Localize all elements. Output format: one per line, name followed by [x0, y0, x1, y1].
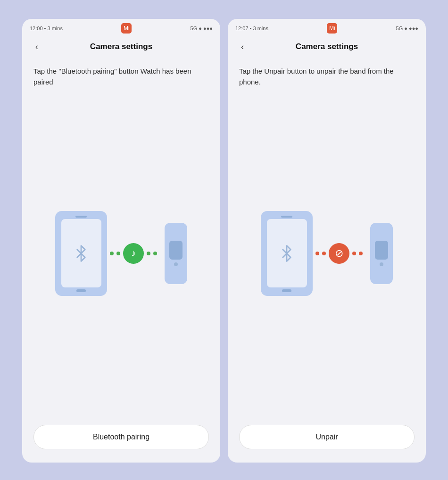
app-icon-left: Mi [121, 23, 132, 34]
connection-left-side-right [315, 252, 326, 255]
status-bar-left-card: 12:00 • 3 mins Mi 5G ● ●●● [22, 19, 220, 36]
phone-screen-left [61, 219, 101, 287]
connection-right-side [147, 252, 157, 255]
status-bar-right-card: 12:07 • 3 mins Mi 5G ● ●●● [228, 19, 426, 36]
connection-left-side [110, 252, 120, 255]
illustration-left: ♪ [55, 211, 187, 296]
instruction-left: Tap the "Bluetooth pairing" button Watch… [33, 66, 209, 87]
dot-red-1 [315, 252, 319, 255]
paired-badge: ♪ [123, 243, 144, 264]
time-left: 12:00 • 3 mins [30, 25, 63, 31]
dot-red-2 [322, 252, 326, 255]
unpair-badge: ⊘ [329, 243, 349, 264]
dot-red-3 [352, 252, 356, 255]
band-dot-right [380, 262, 383, 266]
no-icon: ⊘ [335, 247, 343, 260]
band-shape-right [370, 223, 393, 284]
nav-bar-left: ‹ Camera settings [22, 36, 220, 59]
phone-shape-left [55, 211, 107, 296]
dot-green-3 [147, 252, 150, 255]
illustration-area-right: ⊘ [239, 97, 415, 410]
back-arrow-right: ‹ [241, 42, 244, 52]
main-wrapper: 12:00 • 3 mins Mi 5G ● ●●● ‹ Camera sett… [0, 0, 448, 480]
illustration-right: ⊘ [261, 211, 393, 296]
connection-right-side-right [352, 252, 363, 255]
instruction-right: Tap the Unpair button to unpair the band… [239, 66, 415, 87]
mi-icon-right: Mi [327, 23, 337, 34]
dot-green-1 [110, 252, 114, 255]
dot-red-4 [359, 252, 363, 255]
right-card: 12:07 • 3 mins Mi 5G ● ●●● ‹ Camera sett… [228, 19, 426, 463]
phone-home-right [282, 289, 291, 292]
back-button-right[interactable]: ‹ [235, 40, 249, 54]
illustration-area-left: ♪ [33, 97, 209, 410]
left-card: 12:00 • 3 mins Mi 5G ● ●●● ‹ Camera sett… [22, 19, 220, 463]
nav-title-right: Camera settings [296, 42, 358, 51]
bottom-btn-area-right: Unpair [228, 417, 426, 463]
band-screen-right [375, 241, 388, 260]
signal-left: 5G ● ●●● [191, 25, 213, 31]
nav-bar-right: ‹ Camera settings [228, 36, 426, 59]
time-right: 12:07 • 3 mins [235, 25, 268, 31]
band-screen-left [169, 241, 183, 260]
signal-right: 5G ● ●●● [396, 25, 418, 31]
dot-green-2 [116, 252, 120, 255]
back-arrow-left: ‹ [35, 42, 38, 52]
phone-speaker-right [281, 216, 292, 218]
bluetooth-pairing-button[interactable]: Bluetooth pairing [33, 425, 209, 449]
back-button-left[interactable]: ‹ [30, 40, 44, 54]
nav-title-left: Camera settings [90, 42, 152, 51]
bluetooth-icon-left [73, 245, 90, 262]
phone-shape-right [261, 211, 313, 296]
band-shape-left [165, 223, 187, 284]
app-icon-right: Mi [327, 23, 337, 34]
content-right: Tap the Unpair button to unpair the band… [228, 59, 426, 417]
unpair-button[interactable]: Unpair [239, 425, 415, 449]
phone-speaker-left [75, 216, 87, 218]
phone-home-left [76, 289, 86, 292]
bottom-btn-area-left: Bluetooth pairing [22, 417, 220, 463]
dot-green-4 [153, 252, 157, 255]
phone-screen-right [267, 219, 307, 287]
mi-icon-left: Mi [121, 23, 132, 34]
content-left: Tap the "Bluetooth pairing" button Watch… [22, 59, 220, 417]
paired-icon: ♪ [131, 248, 136, 259]
band-dot-left [174, 262, 178, 266]
bluetooth-icon-right [278, 245, 295, 262]
